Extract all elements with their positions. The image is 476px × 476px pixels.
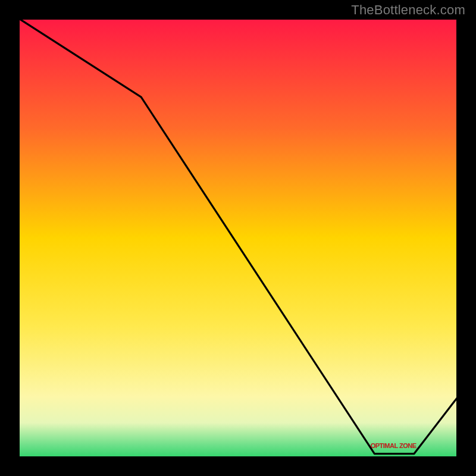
chart-svg	[18, 18, 458, 458]
gradient-background	[18, 18, 458, 458]
watermark-text: TheBottleneck.com	[351, 2, 465, 18]
chart-frame: TheBottleneck.com OPTIMAL ZONE	[0, 0, 476, 476]
optimal-zone-annotation: OPTIMAL ZONE	[371, 442, 416, 449]
plot-area: OPTIMAL ZONE	[18, 18, 458, 458]
